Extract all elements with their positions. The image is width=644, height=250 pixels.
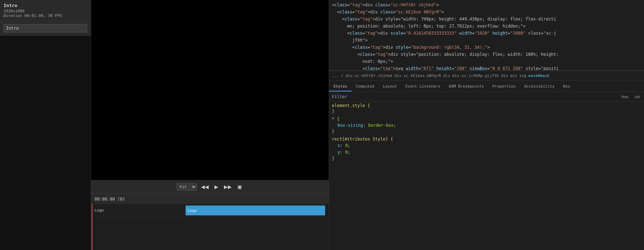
fullscreen-button[interactable]: ▣ [236, 183, 243, 190]
left-preview-area [0, 36, 91, 250]
tab-event-listeners[interactable]: Event Listeners [401, 82, 444, 91]
breadcrumb-item[interactable]: / [341, 73, 344, 78]
css-prop-value: 0 [345, 143, 348, 148]
timeline-cursor[interactable] [92, 204, 92, 250]
filter-label: Filter [332, 94, 347, 99]
breadcrumb-item[interactable]: mask#mask [528, 73, 549, 78]
list-item: nset: 0px;"> [329, 58, 644, 65]
center-panel: Fit 100% 50% 25% ◀◀ ▶ ▶▶ ▣ 00:00.00 (0) … [91, 0, 329, 250]
project-info: Intro 1920x1080 Duration 00:01.00, 30 FP… [0, 0, 91, 21]
skip-forward-button[interactable]: ▶▶ [223, 183, 233, 190]
cls-button[interactable]: .cls [633, 94, 642, 100]
css-selector: rect[Attributes Style] { [332, 137, 641, 142]
css-close-brace: } [332, 156, 641, 161]
tab-accessibility[interactable]: Accessibility [520, 82, 559, 91]
styles-panel: element.style {}* {box-sizing: border-bo… [329, 102, 644, 250]
devtools-tabs: StylesComputedLayoutEvent ListenersDOM B… [329, 81, 644, 92]
css-selector: element.style { [332, 103, 641, 108]
devtools-html: <class="tag">div class="sc-hHftDr chjhkd… [329, 0, 644, 71]
main-layout: Intro 1920x1080 Duration 00:01.00, 30 FP… [0, 0, 644, 250]
composition-input-wrap [0, 21, 91, 36]
list-item: <class="tag">svg width="671" height="288… [329, 65, 644, 71]
list-item: <class="tag">div class="sc-hHftDr chjhkd… [329, 1, 644, 8]
breadcrumb-item[interactable]: div.sc-kEjbxe.bNfgrR [394, 73, 441, 78]
project-duration: Duration 00:01.00, 30 FPS [4, 13, 87, 18]
breadcrumb-item[interactable]: div.sc-jrAGRp.gljfXh [452, 73, 499, 78]
css-prop-value: 0 [345, 150, 348, 155]
css-property: box-sizing: border-box; [332, 122, 641, 129]
timeline-tracks: Logo Logo [91, 204, 329, 250]
tab-kes[interactable]: Kes [559, 82, 575, 91]
css-prop-value: border-box [368, 123, 394, 128]
list-item: <class="tag">div class="sc-kEjbxe bNfgrR… [329, 8, 644, 16]
track-block-label: Logo [188, 208, 197, 213]
css-block: rect[Attributes Style] {x: 0;y: 0;} [332, 137, 641, 161]
right-panel: <class="tag">div class="sc-hHftDr chjhkd… [329, 0, 644, 250]
skip-back-button[interactable]: ◀◀ [200, 183, 210, 190]
fit-select[interactable]: Fit 100% 50% 25% [177, 183, 197, 191]
tab-layout[interactable]: Layout [379, 82, 401, 91]
filter-input[interactable] [350, 94, 616, 99]
tab-styles[interactable]: Styles [329, 82, 352, 91]
preview-canvas [91, 0, 329, 180]
list-item: mn; position: absolute; left: 0px; top: … [329, 23, 644, 30]
left-panel: Intro 1920x1080 Duration 00:01.00, 30 FP… [0, 0, 91, 250]
track-content: Logo [182, 204, 329, 216]
breadcrumb-item[interactable]: div [510, 73, 517, 78]
list-item: <class="tag">div style="background: rgb(… [329, 44, 644, 51]
css-property: x: 0; [332, 142, 641, 149]
css-block: * {box-sizing: border-box;} [332, 117, 641, 134]
breadcrumb-item[interactable]: div.sc-hHftDr.chjhkd [346, 73, 392, 78]
css-selector: * { [332, 117, 641, 121]
breadcrumb-item[interactable]: ... [332, 73, 339, 78]
devtools-toolbar: Filter :hov .cls [329, 92, 644, 102]
breadcrumb-item[interactable]: div [443, 73, 450, 78]
table-row: Logo Logo [91, 204, 329, 217]
track-block[interactable]: Logo [186, 206, 325, 215]
play-button[interactable]: ▶ [213, 183, 220, 190]
timeline-area: 00:00.00 (0) Logo Logo [91, 194, 329, 250]
css-prop-name: box-sizing [338, 123, 363, 128]
css-block: element.style {} [332, 103, 641, 114]
list-item: <class="tag">div style="position: absolu… [329, 51, 644, 58]
css-close-brace: } [332, 109, 641, 114]
project-title: Intro [4, 3, 87, 8]
list-item: jfXh"> [329, 37, 644, 44]
tab-computed[interactable]: Computed [352, 82, 379, 91]
timecode-bar: 00:00.00 (0) [91, 194, 329, 204]
css-property: y: 0; [332, 149, 641, 156]
breadcrumb-item[interactable]: svg [519, 73, 526, 78]
timecode: 00:00.00 (0) [95, 197, 125, 202]
track-label: Logo [91, 208, 182, 213]
project-dimensions: 1920x1080 [4, 9, 87, 13]
list-item: <class="tag">div scale="0.41614583333333… [329, 30, 644, 37]
list-item: <class="tag">div style="width: 799px; he… [329, 16, 644, 23]
tab-properties[interactable]: Properties [488, 82, 520, 91]
breadcrumb: ... / div.sc-hHftDr.chjhkd div.sc-kEjbxe… [329, 71, 644, 81]
composition-input[interactable] [4, 24, 87, 32]
breadcrumb-item[interactable]: div [501, 73, 508, 78]
playback-controls: Fit 100% 50% 25% ◀◀ ▶ ▶▶ ▣ [91, 180, 329, 194]
tab-dom-breakpoints[interactable]: DOM Breakpoints [445, 82, 488, 91]
css-close-brace: } [332, 129, 641, 134]
hov-button[interactable]: :hov [620, 94, 630, 100]
